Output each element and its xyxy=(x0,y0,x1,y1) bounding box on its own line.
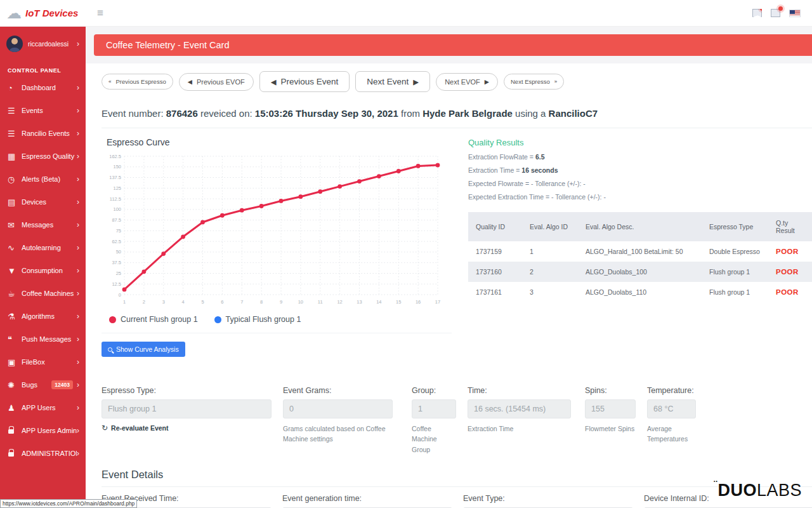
status-bar-url: https://www.iotdevices.com/APRO/main/das… xyxy=(0,499,137,508)
svg-text:162.5: 162.5 xyxy=(109,154,121,159)
svg-text:8: 8 xyxy=(260,299,263,305)
chevron-right-icon: › xyxy=(77,197,79,206)
notification-message-icon[interactable] xyxy=(771,9,780,17)
group-field[interactable] xyxy=(412,399,456,418)
sidebar-item-filebox[interactable]: ▣ FileBox › xyxy=(0,351,86,373)
sidebar-item-autolearning[interactable]: ∿ Autolearning › xyxy=(0,236,86,259)
event-grams-field[interactable] xyxy=(283,399,393,418)
arrow-right-icon: ▶ xyxy=(413,77,419,86)
sidebar-item-push-messages[interactable]: ❝ Push Messages › xyxy=(0,328,86,351)
chevron-right-icon: › xyxy=(77,358,79,366)
folder-icon: ▣ xyxy=(8,358,22,367)
previous-event-button[interactable]: ◀ Previous Event xyxy=(259,71,350,92)
sidebar: riccardoalessi › CONTROL PANEL ◔ Dashboa… xyxy=(0,27,86,508)
page-title: Coffee Telemetry - Event Card xyxy=(106,40,230,50)
cloud-logo-icon: ☁ xyxy=(6,6,22,21)
chat-icon: ❝ xyxy=(8,335,22,344)
coffee-cup-icon: ☕ xyxy=(8,289,22,298)
arrow-left-icon: ◀ xyxy=(271,77,277,86)
chevron-right-icon: › xyxy=(77,39,79,48)
time-field[interactable] xyxy=(468,399,571,418)
event-number: 876426 xyxy=(166,108,198,119)
event-summary-line: Event number: 876426 reveiced on: 15:03:… xyxy=(102,108,812,119)
svg-text:11: 11 xyxy=(318,299,323,305)
hamburger-menu-icon[interactable]: ≡ xyxy=(97,7,103,20)
legend-dot-blue xyxy=(214,316,221,323)
espresso-type-field[interactable] xyxy=(102,399,272,418)
lock-icon xyxy=(8,426,22,436)
table-row: 1737160 2 ALGO_Duolabs_100 Flush group 1… xyxy=(468,262,812,282)
svg-text:6: 6 xyxy=(221,299,223,305)
sidebar-item-app-users-admin[interactable]: APP Users Admin › xyxy=(0,419,86,442)
svg-text:62.5: 62.5 xyxy=(112,239,121,244)
sidebar-user[interactable]: riccardoalessi › xyxy=(0,27,86,62)
quality-line: Expected Extraction Time = - Tollerance … xyxy=(468,193,812,201)
sidebar-item-coffee-machines[interactable]: ☕ Coffee Machines › xyxy=(0,282,86,305)
svg-text:3: 3 xyxy=(162,299,165,305)
spins-field[interactable] xyxy=(585,399,636,418)
gauge-icon: ◔ xyxy=(8,83,22,93)
envelope-icon: ✉ xyxy=(8,220,22,230)
sidebar-item-consumption[interactable]: ▼ Consumption › xyxy=(0,259,86,282)
sidebar-item-algorithms[interactable]: ⚗ Algorithms › xyxy=(0,305,86,328)
next-espresso-button[interactable]: Next Espresso » xyxy=(504,74,564,90)
quality-results-table: Quality ID Eval. Algo ID Eval. Algo Desc… xyxy=(468,212,812,302)
svg-text:12.5: 12.5 xyxy=(112,281,121,287)
svg-text:4: 4 xyxy=(182,299,185,305)
quality-result-badge: POOR xyxy=(768,282,812,302)
espresso-curve-chart: 012.52537.55062.57587.5100112.5125137.51… xyxy=(102,149,444,309)
temperature-field[interactable] xyxy=(647,399,696,418)
sidebar-item-rancilio-events[interactable]: ☰ Rancilio Events › xyxy=(0,122,86,145)
legend-typical-flush[interactable]: Typical Flush group 1 xyxy=(214,315,301,324)
re-evaluate-event-link[interactable]: ↻ Re-evaluate Event xyxy=(102,424,272,432)
us-flag-icon[interactable] xyxy=(789,10,801,17)
devices-icon: ▤ xyxy=(8,197,22,207)
sidebar-item-bugs[interactable]: ✺ Bugs 12403 › xyxy=(0,373,86,396)
previous-evof-button[interactable]: ◀ Previous EVOF xyxy=(179,73,254,91)
show-curve-analysis-button[interactable]: Show Curve Analysis xyxy=(102,342,185,357)
svg-text:137.5: 137.5 xyxy=(109,175,121,180)
quality-result-badge: POOR xyxy=(768,241,812,262)
next-evof-button[interactable]: Next EVOF ▶ xyxy=(436,73,498,91)
clock-icon: ◷ xyxy=(8,175,22,184)
chart-title: Espresso Curve xyxy=(107,137,452,147)
chart-legend: Current Flush group 1 Typical Flush grou… xyxy=(109,315,452,324)
divider xyxy=(102,486,812,487)
sidebar-item-dashboard[interactable]: ◔ Dashboard › xyxy=(0,76,86,99)
sidebar-item-devices[interactable]: ▤ Devices › xyxy=(0,190,86,213)
svg-text:150: 150 xyxy=(113,164,121,170)
refresh-icon: ↻ xyxy=(102,424,108,432)
quality-grid-icon: ▦ xyxy=(8,152,22,161)
sidebar-item-events[interactable]: ☰ Events › xyxy=(0,99,86,122)
chevron-right-icon: › xyxy=(77,243,79,252)
top-bar: ☁ IoT Devices ≡ xyxy=(0,0,812,27)
svg-text:9: 9 xyxy=(280,299,282,305)
sidebar-item-alerts[interactable]: ◷ Alerts (Beta) › xyxy=(0,168,86,190)
notification-bell-icon[interactable] xyxy=(752,9,762,17)
list-icon: ☰ xyxy=(8,129,22,138)
sidebar-item-app-users[interactable]: ♟ APP Users › xyxy=(0,396,86,419)
header-strip: Coffee Telemetry - Event Card xyxy=(86,27,812,64)
table-header-row: Quality ID Eval. Algo ID Eval. Algo Desc… xyxy=(468,212,812,241)
previous-espresso-button[interactable]: « Previous Espresso xyxy=(102,74,173,90)
next-event-button[interactable]: Next Event ▶ xyxy=(355,71,430,92)
chevron-right-icon: › xyxy=(77,129,79,138)
sidebar-item-espresso-quality[interactable]: ▦ Espresso Quality › xyxy=(0,145,86,168)
quality-results-heading: Quality Results xyxy=(468,138,812,147)
chevron-right-icon: › xyxy=(77,289,79,298)
legend-dot-red xyxy=(109,316,116,323)
event-location: Hyde Park Belgrade xyxy=(422,108,513,119)
machine-name: RancilioC7 xyxy=(549,108,598,119)
svg-text:5: 5 xyxy=(201,299,204,305)
list-icon: ☰ xyxy=(8,106,22,116)
chevron-right-icon: › xyxy=(77,380,79,389)
quality-line: Extraction FlowRate = 6.5 xyxy=(468,153,812,161)
app-logo[interactable]: ☁ IoT Devices xyxy=(0,6,86,21)
event-details-row: Event Received Time: Event received by s… xyxy=(102,494,812,508)
legend-current-flush[interactable]: Current Flush group 1 xyxy=(109,315,198,324)
control-panel-label: CONTROL PANEL xyxy=(0,62,86,76)
chevron-right-icon: › xyxy=(77,106,79,115)
chevron-right-icon: › xyxy=(77,426,79,435)
sidebar-item-messages[interactable]: ✉ Messages › xyxy=(0,213,86,236)
sidebar-item-administration[interactable]: ADMINISTRATION › xyxy=(0,442,86,465)
